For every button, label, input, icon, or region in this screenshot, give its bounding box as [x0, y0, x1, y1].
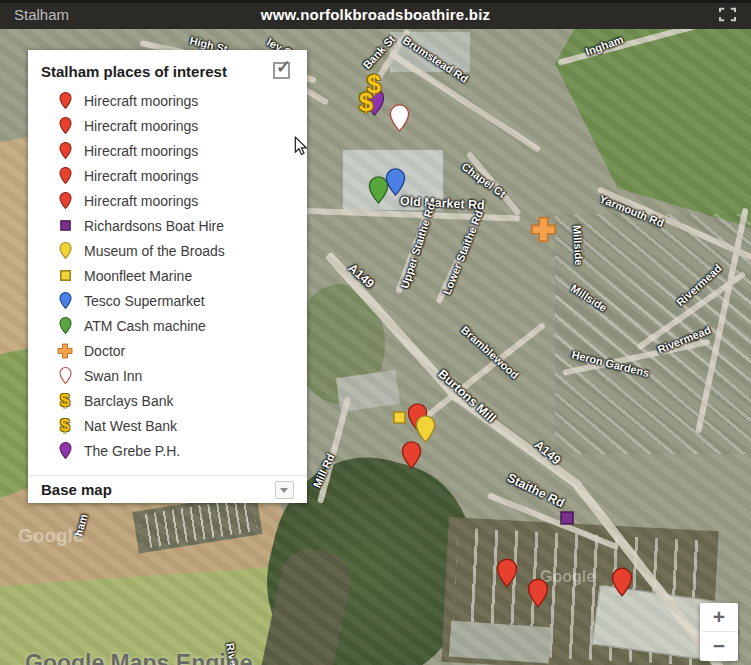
red-pin-icon: [54, 92, 76, 109]
legend-item-label: Swan Inn: [84, 368, 142, 384]
zoom-in-button[interactable]: +: [700, 603, 738, 631]
basemap-dropdown-button[interactable]: [275, 481, 294, 499]
site-title: www.norfolkbroadsboathire.biz: [0, 6, 751, 23]
legend-item-label: Museum of the Broads: [84, 243, 225, 259]
title-bar: Stalham www.norfolkbroadsboathire.biz: [0, 0, 751, 29]
chevron-down-icon: [280, 488, 288, 493]
google-watermark: Google: [18, 525, 83, 547]
green-pin-icon: [54, 317, 76, 334]
yellow-square-icon: [54, 270, 76, 281]
maps-engine-watermark: Google Maps Engine: [25, 650, 252, 665]
legend-item-label: The Grebe P.H.: [84, 443, 180, 459]
legend-item-tesco-supermarket[interactable]: Tesco Supermarket: [28, 288, 307, 313]
legend-item-list: Hirecraft moorings Hirecraft moorings Hi…: [28, 88, 307, 463]
dollar-icon: $: [54, 416, 76, 436]
basemap-row: Base map: [28, 475, 307, 503]
red-pin-icon: [54, 117, 76, 134]
legend-item-atm-cash-machine[interactable]: ATM Cash machine: [28, 313, 307, 338]
legend-item-hirecraft-moorings[interactable]: Hirecraft moorings: [28, 88, 307, 113]
legend-item-hirecraft-moorings[interactable]: Hirecraft moorings: [28, 138, 307, 163]
legend-item-museum-of-the-broads[interactable]: Museum of the Broads: [28, 238, 307, 263]
red-pin-icon: [54, 192, 76, 209]
legend-item-label: ATM Cash machine: [84, 318, 206, 334]
nat-west-bank-marker[interactable]: $: [359, 88, 373, 117]
basemap-label: Base map: [41, 481, 112, 498]
legend-item-label: Hirecraft moorings: [84, 118, 198, 134]
legend-item-label: Hirecraft moorings: [84, 193, 198, 209]
white-pin-icon: [54, 367, 76, 384]
legend-item-label: Hirecraft moorings: [84, 143, 198, 159]
legend-item-label: Barclays Bank: [84, 393, 173, 409]
legend-item-label: Doctor: [84, 343, 125, 359]
places-legend-panel: Stalham places of interest ✓ Hirecraft m…: [28, 50, 307, 503]
dollar-icon: $: [54, 391, 76, 411]
zoom-out-button[interactable]: −: [700, 632, 738, 660]
yellow-pin-icon: [54, 242, 76, 259]
legend-item-label: Richardsons Boat Hire: [84, 218, 224, 234]
legend-item-swan-inn[interactable]: Swan Inn: [28, 363, 307, 388]
checkmark-icon: ✓: [276, 56, 291, 78]
fullscreen-icon[interactable]: [718, 7, 737, 22]
legend-item-nat-west-bank[interactable]: $ Nat West Bank: [28, 413, 307, 438]
red-pin-icon: [54, 142, 76, 159]
legend-item-label: Hirecraft moorings: [84, 93, 198, 109]
legend-item-label: Moonfleet Marine: [84, 268, 192, 284]
red-pin-icon: [54, 167, 76, 184]
zoom-control: + −: [700, 603, 738, 661]
legend-item-label: Tesco Supermarket: [84, 293, 205, 309]
legend-item-label: Nat West Bank: [84, 418, 177, 434]
purple-square-icon: [54, 220, 76, 231]
legend-item-barclays-bank[interactable]: $ Barclays Bank: [28, 388, 307, 413]
mouse-cursor: [294, 136, 309, 161]
layer-checkbox[interactable]: ✓: [273, 62, 290, 79]
blue-pin-icon: [54, 292, 76, 309]
legend-item-doctor[interactable]: Doctor: [28, 338, 307, 363]
legend-item-the-grebe-ph[interactable]: The Grebe P.H.: [28, 438, 307, 463]
orange-cross-icon: [54, 343, 76, 359]
legend-title: Stalham places of interest: [41, 63, 227, 80]
legend-item-hirecraft-moorings[interactable]: Hirecraft moorings: [28, 163, 307, 188]
road-label: Millside: [571, 225, 585, 266]
legend-item-hirecraft-moorings[interactable]: Hirecraft moorings: [28, 188, 307, 213]
legend-item-label: Hirecraft moorings: [84, 168, 198, 184]
legend-item-hirecraft-moorings[interactable]: Hirecraft moorings: [28, 113, 307, 138]
legend-item-moonfleet-marine[interactable]: Moonfleet Marine: [28, 263, 307, 288]
legend-item-richardsons-boat-hire[interactable]: Richardsons Boat Hire: [28, 213, 307, 238]
purple-pin-icon: [54, 442, 76, 459]
